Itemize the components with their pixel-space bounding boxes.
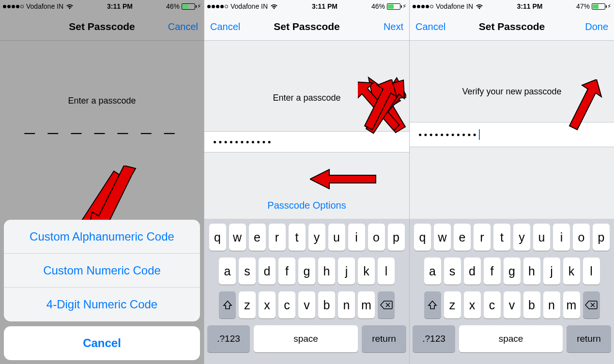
key-c[interactable]: c xyxy=(484,291,501,318)
key-y[interactable]: y xyxy=(308,224,325,251)
clock-label: 3:11 PM xyxy=(107,2,133,10)
keyboard-row: zxcvbnm xyxy=(207,291,406,318)
passcode-dots: ●●●●●●●●●●● xyxy=(213,138,273,145)
key-e[interactable]: e xyxy=(454,224,471,251)
key-a[interactable]: a xyxy=(424,258,441,285)
key-s[interactable]: s xyxy=(444,258,461,285)
key-p[interactable]: p xyxy=(388,224,405,251)
key-q[interactable]: q xyxy=(209,224,226,251)
status-bar: Vodafone IN 3:11 PM 47% ⚡︎ xyxy=(410,0,614,13)
key-m[interactable]: m xyxy=(563,291,580,318)
signal-dots-icon xyxy=(207,5,228,8)
key-o[interactable]: o xyxy=(368,224,385,251)
battery-percent: 47% xyxy=(576,2,590,10)
svg-marker-9 xyxy=(365,79,397,130)
phone-screen-3: Vodafone IN 3:11 PM 47% ⚡︎ Cancel Set Pa… xyxy=(409,0,614,364)
key-x[interactable]: x xyxy=(259,291,276,318)
key-w[interactable]: w xyxy=(434,224,451,251)
status-bar: Vodafone IN 3:11 PM 46% ⚡︎ xyxy=(204,0,409,13)
key-u[interactable]: u xyxy=(533,224,550,251)
key-k[interactable]: k xyxy=(358,258,375,285)
key-n[interactable]: n xyxy=(543,291,560,318)
return-key[interactable]: return xyxy=(567,325,611,352)
key-c[interactable]: c xyxy=(278,291,295,318)
action-sheet: Custom Alphanumeric Code Custom Numeric … xyxy=(4,220,200,360)
key-b[interactable]: b xyxy=(318,291,335,318)
done-button[interactable]: Done xyxy=(585,21,608,32)
keyboard-row: asdfghjkl xyxy=(207,258,406,285)
charging-icon: ⚡︎ xyxy=(402,3,406,10)
next-button[interactable]: Next xyxy=(384,21,403,32)
passcode-dots: ●●●●●●●●●●● xyxy=(418,131,478,138)
battery-icon xyxy=(592,3,605,10)
option-alphanumeric[interactable]: Custom Alphanumeric Code xyxy=(4,220,200,254)
key-l[interactable]: l xyxy=(378,258,395,285)
keyboard-row: zxcvbnm xyxy=(413,291,611,318)
key-r[interactable]: r xyxy=(474,224,491,251)
shift-key[interactable] xyxy=(219,291,236,318)
return-key[interactable]: return xyxy=(362,325,406,352)
key-l[interactable]: l xyxy=(583,258,600,285)
option-numeric[interactable]: Custom Numeric Code xyxy=(4,254,200,288)
key-w[interactable]: w xyxy=(229,224,246,251)
mode-key[interactable]: .?123 xyxy=(413,325,455,352)
shift-key[interactable] xyxy=(424,291,441,318)
cancel-button[interactable]: Cancel xyxy=(210,21,240,32)
phone-screen-1: Vodafone IN 3:11 PM 46% ⚡︎ Set Passcode … xyxy=(0,0,204,364)
key-b[interactable]: b xyxy=(523,291,540,318)
key-h[interactable]: h xyxy=(523,258,540,285)
key-q[interactable]: q xyxy=(414,224,431,251)
signal-dots-icon xyxy=(3,5,24,8)
signal-dots-icon xyxy=(413,5,433,8)
key-p[interactable]: p xyxy=(593,224,610,251)
key-z[interactable]: z xyxy=(239,291,256,318)
key-m[interactable]: m xyxy=(358,291,375,318)
key-f[interactable]: f xyxy=(484,258,501,285)
key-a[interactable]: a xyxy=(219,258,236,285)
svg-marker-7 xyxy=(358,76,400,135)
clock-label: 3:11 PM xyxy=(312,2,338,10)
key-d[interactable]: d xyxy=(259,258,276,285)
key-h[interactable]: h xyxy=(318,258,335,285)
key-r[interactable]: r xyxy=(269,224,286,251)
passcode-field[interactable]: ●●●●●●●●●●● xyxy=(410,122,614,147)
passcode-field[interactable]: ●●●●●●●●●●● xyxy=(204,131,409,152)
key-u[interactable]: u xyxy=(328,224,345,251)
svg-marker-10 xyxy=(310,169,376,189)
key-i[interactable]: i xyxy=(553,224,570,251)
annotation-arrow-icon xyxy=(361,79,399,133)
key-z[interactable]: z xyxy=(444,291,461,318)
key-s[interactable]: s xyxy=(239,258,256,285)
svg-marker-5 xyxy=(368,77,405,133)
key-i[interactable]: i xyxy=(348,224,365,251)
cancel-button[interactable]: Cancel xyxy=(415,21,445,32)
key-n[interactable]: n xyxy=(338,291,355,318)
key-t[interactable]: t xyxy=(493,224,510,251)
key-j[interactable]: j xyxy=(543,258,560,285)
backspace-key[interactable] xyxy=(378,291,395,318)
backspace-key[interactable] xyxy=(583,291,600,318)
key-y[interactable]: y xyxy=(513,224,530,251)
key-v[interactable]: v xyxy=(298,291,315,318)
mode-key[interactable]: .?123 xyxy=(207,325,250,352)
key-t[interactable]: t xyxy=(289,224,306,251)
passcode-options-link[interactable]: Passcode Options xyxy=(204,200,409,211)
key-k[interactable]: k xyxy=(563,258,580,285)
option-4digit[interactable]: 4-Digit Numeric Code xyxy=(4,288,200,321)
battery-icon xyxy=(387,3,400,10)
key-g[interactable]: g xyxy=(504,258,521,285)
key-j[interactable]: j xyxy=(338,258,355,285)
key-e[interactable]: e xyxy=(249,224,266,251)
passcode-dashes: — — — — — — — xyxy=(0,127,204,139)
wifi-icon xyxy=(270,3,278,9)
cancel-button[interactable]: Cancel xyxy=(168,21,198,32)
space-key[interactable]: space xyxy=(254,325,358,352)
key-o[interactable]: o xyxy=(573,224,590,251)
key-v[interactable]: v xyxy=(504,291,521,318)
key-d[interactable]: d xyxy=(464,258,481,285)
key-x[interactable]: x xyxy=(464,291,481,318)
key-g[interactable]: g xyxy=(298,258,315,285)
key-f[interactable]: f xyxy=(278,258,295,285)
space-key[interactable]: space xyxy=(459,325,563,352)
action-sheet-cancel[interactable]: Cancel xyxy=(4,326,200,360)
